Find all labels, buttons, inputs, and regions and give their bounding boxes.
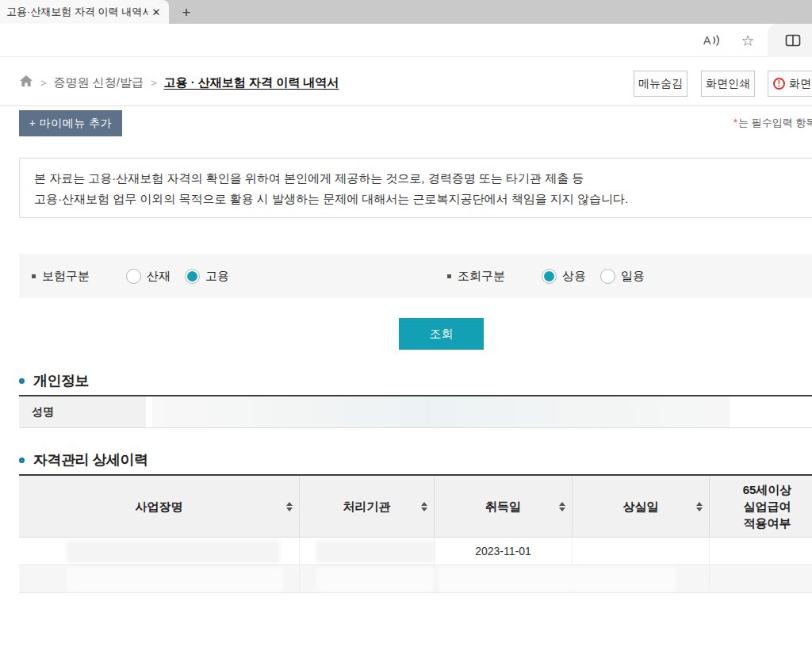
circle-bullet-icon [19, 458, 25, 463]
home-icon[interactable] [19, 75, 33, 90]
page-title: 고용 · 산재보험 자격 이력 내역서 [164, 75, 339, 90]
screen-guide-button[interactable]: ! 화면안내 [768, 71, 812, 97]
col-header-business-name[interactable]: 사업장명 [19, 476, 300, 537]
redacted-blur [316, 540, 435, 563]
name-value-redacted [152, 396, 730, 427]
required-field-note: *는 필수입력 항목입니다 [733, 116, 812, 130]
redacted-blur [439, 567, 676, 592]
sort-icon[interactable] [286, 502, 293, 511]
notice-line-1: 본 자료는 고용·산재보험 자격의 확인을 위하여 본인에게 제공하는 것으로,… [34, 168, 805, 189]
notice-line-2: 고용·산재보험 업무 이외의 목적으로 활용 시 발생하는 문제에 대해서는 근… [34, 189, 805, 209]
breadcrumb-separator: > [151, 77, 157, 89]
notice-box: 본 자료는 고용·산재보험 자격의 확인을 위하여 본인에게 제공하는 것으로,… [19, 158, 812, 218]
sort-icon[interactable] [696, 502, 703, 511]
tab-title: 고용·산재보험 자격 이력 내역서 [0, 5, 148, 19]
search-button[interactable]: 조회 [399, 318, 484, 350]
cell-acquisition-date [435, 565, 573, 592]
print-screen-button[interactable]: 화면인쇄 [701, 71, 755, 97]
cell-business-name [19, 565, 300, 592]
square-bullet-icon [32, 274, 36, 278]
radio-sanjae-label[interactable]: 산재 [147, 269, 170, 284]
sort-icon[interactable] [559, 502, 565, 511]
col-header-agency[interactable]: 처리기관 [300, 476, 435, 537]
breadcrumb-separator: > [40, 77, 47, 89]
alert-icon: ! [773, 78, 785, 90]
hide-menu-button[interactable]: 메뉴숨김 [634, 71, 688, 97]
cell-senior-benefit [710, 565, 812, 592]
divider [0, 105, 812, 106]
radio-sangyong-label[interactable]: 상용 [562, 269, 586, 284]
history-heading: 자격관리 상세이력 [19, 450, 148, 469]
redacted-blur [67, 567, 283, 592]
query-type-filter: 조회구분 상용 일용 [447, 254, 659, 298]
col-header-acquisition-date[interactable]: 취득일 [435, 476, 573, 537]
col-header-senior-benefit[interactable]: 65세이상 실업급여 적용여부 [710, 476, 812, 537]
personal-info-title: 개인정보 [33, 371, 89, 390]
cell-senior-benefit [710, 538, 812, 565]
table-header-row: 사업장명 처리기관 취득일 상실일 65세이상 실업급여 적용여부 [19, 476, 812, 538]
tab-strip: 고용·산재보험 자격 이력 내역서 ✕ + [0, 0, 812, 24]
required-asterisk: * [733, 117, 737, 128]
favorites-star-icon[interactable]: ☆ [736, 24, 760, 57]
radio-goyong-label[interactable]: 고용 [205, 269, 229, 284]
insurance-type-filter: 보험구분 산재 고용 [32, 254, 243, 298]
redacted-blur [316, 567, 435, 592]
cell-gap [146, 396, 152, 427]
cell-agency [300, 565, 435, 592]
personal-info-heading: 개인정보 [19, 371, 89, 390]
breadcrumb: > 증명원 신청/발급 > 고용 · 산재보험 자격 이력 내역서 [19, 74, 339, 91]
filter-bar: 보험구분 산재 고용 조회구분 상용 일용 [19, 254, 812, 298]
screen-guide-label: 화면안내 [789, 77, 812, 91]
cell-agency [300, 538, 435, 565]
insurance-type-label: 보험구분 [42, 269, 90, 284]
personal-info-table: 성명 [19, 395, 812, 428]
radio-goyong[interactable] [185, 269, 200, 284]
add-mymenu-button[interactable]: + 마이메뉴 추가 [19, 110, 122, 136]
table-row[interactable] [19, 565, 812, 593]
cell-loss-date [573, 538, 710, 565]
redacted-blur [67, 540, 280, 563]
close-tab-icon[interactable]: ✕ [148, 4, 164, 20]
breadcrumb-item-certificates[interactable]: 증명원 신청/발급 [54, 75, 144, 90]
cell-acquisition-date: 2023-11-01 [435, 538, 573, 565]
browser-tab[interactable]: 고용·산재보험 자격 이력 내역서 ✕ [0, 0, 169, 24]
radio-ilyong[interactable] [600, 269, 615, 284]
history-title: 자격관리 상세이력 [33, 450, 148, 469]
table-row[interactable]: 2023-11-01 [19, 538, 812, 565]
radio-ilyong-label[interactable]: 일용 [621, 269, 645, 284]
cell-business-name [19, 538, 300, 565]
browser-window: 고용·산재보험 자격 이력 내역서 ✕ + A ☆ > [0, 0, 812, 651]
history-table: 사업장명 처리기관 취득일 상실일 65세이상 실업급여 적용여부 [19, 474, 812, 593]
query-type-label: 조회구분 [458, 269, 505, 284]
read-aloud-icon[interactable]: A [699, 24, 725, 57]
svg-text:A: A [703, 34, 711, 47]
sort-icon[interactable] [421, 502, 427, 511]
browser-toolbar: A ☆ [0, 24, 812, 57]
split-screen-icon[interactable] [780, 24, 806, 57]
circle-bullet-icon [19, 378, 25, 384]
radio-sangyong[interactable] [542, 269, 557, 284]
radio-sanjae[interactable] [126, 269, 141, 284]
new-tab-button[interactable]: + [176, 2, 197, 22]
col-header-loss-date[interactable]: 상실일 [573, 476, 710, 537]
square-bullet-icon [447, 274, 451, 278]
name-label: 성명 [19, 396, 146, 427]
